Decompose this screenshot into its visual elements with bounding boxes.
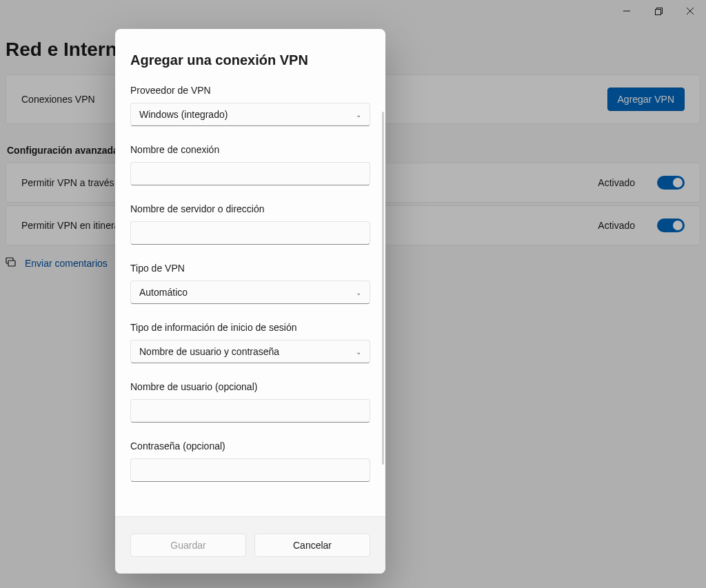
save-button[interactable]: Guardar bbox=[130, 534, 246, 557]
cancel-button[interactable]: Cancelar bbox=[254, 534, 370, 557]
field-signin-type: Tipo de información de inicio de sesión … bbox=[130, 322, 370, 363]
field-provider: Proveedor de VPN Windows (integrado) ⌄ bbox=[130, 85, 370, 126]
connection-name-label: Nombre de conexión bbox=[130, 144, 370, 155]
connection-name-input[interactable] bbox=[130, 162, 370, 185]
password-input[interactable] bbox=[130, 458, 370, 482]
server-label: Nombre de servidor o dirección bbox=[130, 203, 370, 214]
server-input[interactable] bbox=[130, 221, 370, 245]
signin-type-label: Tipo de información de inicio de sesión bbox=[130, 322, 370, 333]
provider-label: Proveedor de VPN bbox=[130, 85, 370, 96]
dialog-title: Agregar una conexión VPN bbox=[130, 52, 370, 68]
provider-value: Windows (integrado) bbox=[139, 109, 228, 120]
chevron-down-icon: ⌄ bbox=[356, 111, 361, 119]
field-password: Contraseña (opcional) bbox=[130, 440, 370, 482]
chevron-down-icon: ⌄ bbox=[356, 348, 361, 356]
signin-type-value: Nombre de usuario y contraseña bbox=[139, 346, 279, 357]
field-connection-name: Nombre de conexión bbox=[130, 144, 370, 185]
scrollbar[interactable] bbox=[382, 112, 384, 465]
field-server: Nombre de servidor o dirección bbox=[130, 203, 370, 245]
field-vpn-type: Tipo de VPN Automático ⌄ bbox=[130, 263, 370, 304]
chevron-down-icon: ⌄ bbox=[356, 289, 361, 296]
dialog-footer: Guardar Cancelar bbox=[115, 516, 385, 574]
username-label: Nombre de usuario (opcional) bbox=[130, 381, 370, 392]
provider-select[interactable]: Windows (integrado) ⌄ bbox=[130, 103, 370, 126]
password-label: Contraseña (opcional) bbox=[130, 440, 370, 452]
vpn-type-value: Automático bbox=[139, 287, 188, 298]
field-username: Nombre de usuario (opcional) bbox=[130, 381, 370, 423]
signin-type-select[interactable]: Nombre de usuario y contraseña ⌄ bbox=[130, 340, 370, 363]
vpn-type-label: Tipo de VPN bbox=[130, 263, 370, 274]
vpn-type-select[interactable]: Automático ⌄ bbox=[130, 281, 370, 304]
add-vpn-dialog: Agregar una conexión VPN Proveedor de VP… bbox=[115, 29, 385, 574]
dialog-body: Agregar una conexión VPN Proveedor de VP… bbox=[115, 29, 385, 516]
username-input[interactable] bbox=[130, 399, 370, 423]
